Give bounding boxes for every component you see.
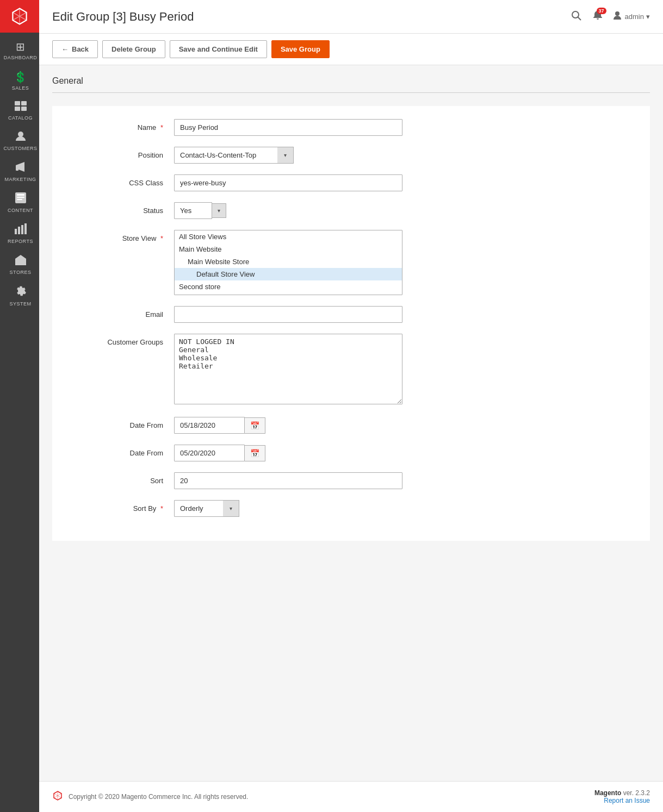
position-dropdown-arrow[interactable]: ▾ [277, 147, 294, 164]
status-dropdown-arrow[interactable]: ▾ [212, 203, 226, 218]
customers-icon [15, 130, 27, 144]
svg-rect-5 [16, 166, 18, 171]
form-row-customer-groups: Customer Groups NOT LOGGED IN General Wh… [65, 334, 637, 406]
back-button-label: Back [72, 45, 89, 53]
delete-group-button[interactable]: Delete Group [102, 40, 165, 58]
date-from-calendar-button[interactable]: 📅 [245, 417, 265, 434]
svg-rect-11 [18, 227, 20, 234]
svg-rect-3 [21, 107, 27, 111]
sidebar-item-label: REPORTS [8, 239, 33, 245]
email-label: Email [65, 306, 174, 318]
date-to-field: 📅 [174, 445, 402, 461]
email-input[interactable] [174, 306, 402, 323]
back-button[interactable]: ← Back [52, 40, 98, 58]
save-group-button[interactable]: Save Group [271, 40, 330, 58]
store-view-label: Store View * [65, 230, 174, 242]
sidebar-item-label: STORES [10, 270, 32, 276]
position-label: Position [65, 147, 174, 159]
css-class-label: CSS Class [65, 174, 174, 187]
customer-groups-textarea[interactable]: NOT LOGGED IN General Wholesale Retailer [174, 334, 402, 404]
sidebar-item-label: SALES [12, 85, 29, 91]
action-bar: ← Back Delete Group Save and Continue Ed… [39, 34, 663, 65]
section-title: General [52, 76, 650, 86]
date-to-wrapper: 📅 [174, 445, 402, 461]
date-from-field: 📅 [174, 417, 402, 434]
form-row-date-from: Date From 📅 [65, 417, 637, 434]
svg-rect-12 [21, 225, 23, 234]
sidebar-item-label: MARKETING [4, 177, 36, 183]
sidebar-item-stores[interactable]: STORES [0, 249, 39, 280]
report-issue-link[interactable]: Report an Issue [604, 797, 650, 804]
catalog-icon [15, 101, 27, 114]
notification-button[interactable]: 37 [592, 10, 603, 23]
customer-groups-label: Customer Groups [65, 334, 174, 346]
marketing-icon [15, 161, 27, 175]
date-from-label: Date From [65, 417, 174, 429]
svg-rect-9 [17, 199, 22, 200]
svg-point-15 [572, 11, 579, 18]
status-label: Status [65, 202, 174, 215]
admin-menu-button[interactable]: admin ▾ [612, 10, 650, 23]
sidebar-item-label: CATALOG [8, 115, 33, 121]
required-indicator: * [160, 504, 163, 513]
css-class-input[interactable] [174, 174, 402, 191]
footer-copyright: Copyright © 2020 Magento Commerce Inc. A… [69, 793, 248, 801]
system-icon [15, 285, 27, 299]
sidebar-item-marketing[interactable]: MARKETING [0, 156, 39, 187]
form-row-email: Email [65, 306, 637, 323]
sidebar-item-system[interactable]: SYSTEM [0, 279, 39, 311]
sort-field [174, 472, 402, 489]
sort-label: Sort [65, 472, 174, 485]
admin-avatar-icon [612, 10, 623, 23]
page-header: Edit Group [3] Busy Period 37 [39, 0, 663, 34]
svg-point-4 [18, 132, 23, 137]
search-button[interactable] [568, 8, 584, 26]
svg-rect-7 [17, 194, 24, 196]
sidebar: ⊞ DASHBOARD 💲 SALES CATALOG CUSTOMERS MA… [0, 0, 39, 812]
content-icon [15, 192, 26, 206]
svg-rect-13 [24, 223, 27, 234]
status-select[interactable]: Yes No [174, 202, 212, 219]
sort-input[interactable] [174, 472, 402, 489]
stores-icon [15, 254, 27, 268]
svg-rect-10 [15, 229, 17, 234]
form-row-status: Status Yes No ▾ [65, 202, 637, 219]
sort-by-label: Sort By * [65, 500, 174, 513]
footer-left: Copyright © 2020 Magento Commerce Inc. A… [52, 790, 248, 803]
section-divider [52, 92, 650, 93]
date-to-label: Date From [65, 445, 174, 457]
store-view-listbox[interactable]: All Store Views Main Website Main Websit… [174, 230, 402, 295]
sidebar-item-dashboard[interactable]: ⊞ DASHBOARD [0, 35, 39, 65]
date-from-input[interactable] [174, 417, 245, 434]
form-row-sort: Sort [65, 472, 637, 489]
back-arrow-icon: ← [61, 45, 69, 53]
content-area: General Name * Position Contac [39, 65, 663, 781]
form-row-css-class: CSS Class [65, 174, 637, 191]
sort-by-dropdown-arrow[interactable]: ▾ [223, 500, 239, 517]
header-actions: 37 admin ▾ [568, 8, 650, 26]
sidebar-item-catalog[interactable]: CATALOG [0, 96, 39, 126]
reports-icon [15, 223, 27, 237]
sidebar-item-content[interactable]: CONTENT [0, 187, 39, 218]
svg-rect-1 [21, 101, 27, 105]
name-input[interactable] [174, 119, 402, 136]
date-to-input[interactable] [174, 445, 245, 461]
customer-groups-field: NOT LOGGED IN General Wholesale Retailer [174, 334, 402, 406]
sort-by-field: Orderly Alphabetical ▾ [174, 500, 402, 517]
name-field [174, 119, 402, 136]
sidebar-item-customers[interactable]: CUSTOMERS [0, 125, 39, 156]
required-indicator: * [160, 234, 163, 242]
dashboard-icon: ⊞ [16, 40, 25, 53]
position-select[interactable]: Contact-Us-Content-Top Header-Top Footer… [174, 147, 294, 164]
sidebar-item-sales[interactable]: 💲 SALES [0, 65, 39, 96]
date-to-calendar-button[interactable]: 📅 [245, 445, 265, 461]
main-content: Edit Group [3] Busy Period 37 [39, 0, 663, 812]
admin-label: admin [625, 13, 644, 21]
save-continue-button[interactable]: Save and Continue Edit [170, 40, 267, 58]
magento-version-number: ver. 2.3.2 [623, 789, 650, 797]
sidebar-item-reports[interactable]: REPORTS [0, 218, 39, 249]
sidebar-logo[interactable] [0, 0, 39, 33]
position-select-wrapper: Contact-Us-Content-Top Header-Top Footer… [174, 147, 294, 164]
name-label: Name * [65, 119, 174, 132]
svg-rect-0 [15, 101, 20, 105]
